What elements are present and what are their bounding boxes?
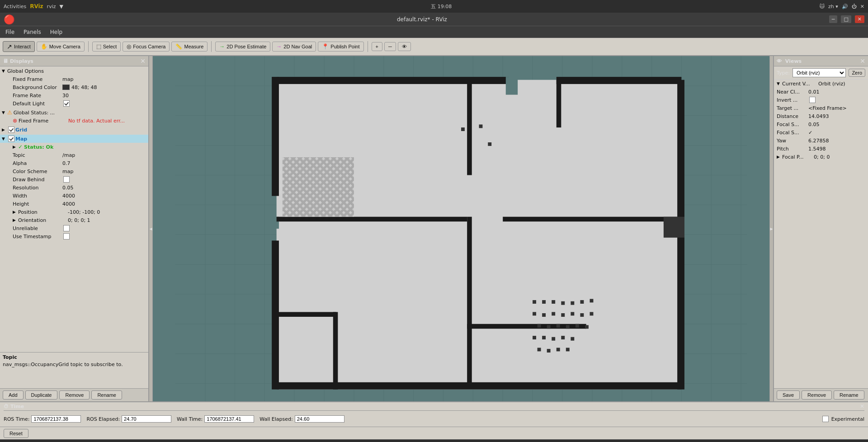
map-width-row[interactable]: Width 4000: [0, 192, 148, 200]
collapse-handle-right[interactable]: ▶: [769, 56, 773, 401]
sys-close-icon[interactable]: ✕: [860, 4, 864, 9]
map-use-timestamp-checkbox[interactable]: [63, 233, 70, 240]
focal-point-row[interactable]: ▶ Focal P... 0; 0; 0: [774, 153, 868, 161]
map-position-row[interactable]: ▶ Position -100; -100; 0: [0, 208, 148, 216]
focal-size-2-row[interactable]: Focal S... ✓: [774, 128, 868, 136]
map-width-label: Width: [13, 193, 62, 199]
svg-rect-81: [488, 142, 491, 146]
menu-help[interactable]: Help: [47, 28, 66, 36]
wall-elapsed-input[interactable]: [295, 415, 344, 423]
target-row[interactable]: Target ... <Fixed Frame>: [774, 104, 868, 112]
map-draw-behind-checkbox[interactable]: [63, 176, 70, 183]
camera-icon-button[interactable]: 👁: [398, 42, 411, 51]
minimize-btn[interactable]: ─: [829, 15, 838, 23]
nav-goal-button[interactable]: → 2D Nav Goal: [272, 42, 316, 52]
measure-button[interactable]: 📏 Measure: [171, 42, 208, 52]
current-view-arrow[interactable]: ▼: [777, 81, 782, 86]
focal-size-1-row[interactable]: Focal S... 0.05: [774, 120, 868, 128]
activities-label[interactable]: Activities: [4, 4, 26, 9]
experimental-checkbox[interactable]: [822, 416, 829, 422]
views-close-icon[interactable]: ✕: [860, 57, 865, 65]
global-status-arrow[interactable]: ▼: [2, 110, 7, 115]
viewport[interactable]: [153, 56, 769, 401]
views-type-select[interactable]: Orbit (rviz): [793, 68, 846, 77]
focus-camera-button[interactable]: ◎ Focus Camera: [123, 42, 170, 52]
zoom-out-button[interactable]: ─: [384, 42, 396, 51]
close-btn[interactable]: ✕: [855, 15, 864, 23]
background-color-row[interactable]: Background Color 48; 48; 48: [0, 83, 148, 91]
time-reset-button[interactable]: Reset: [4, 429, 28, 438]
description-title: Topic: [3, 354, 146, 360]
views-rename-button[interactable]: Rename: [834, 390, 864, 400]
svg-rect-46: [333, 312, 338, 389]
experimental-check[interactable]: Experimental: [821, 416, 864, 422]
invert-checkbox[interactable]: [809, 97, 816, 103]
app-dropdown-icon[interactable]: ▼: [59, 4, 63, 9]
map-status-row[interactable]: ▶ ✓ Status: Ok: [0, 143, 148, 151]
map-unreliable-row[interactable]: Unreliable: [0, 224, 148, 232]
ros-time-input[interactable]: [31, 415, 81, 423]
global-options-row[interactable]: ▼ Global Options: [0, 67, 148, 75]
target-value: <Fixed Frame>: [808, 105, 847, 111]
fixed-frame-row[interactable]: Fixed Frame map: [0, 75, 148, 83]
remove-display-button[interactable]: Remove: [59, 390, 90, 400]
frame-rate-row[interactable]: Frame Rate 30: [0, 91, 148, 99]
maximize-btn[interactable]: □: [841, 15, 851, 23]
default-light-checkbox[interactable]: [63, 100, 70, 107]
views-save-button[interactable]: Save: [777, 390, 800, 400]
global-options-arrow[interactable]: ▼: [2, 69, 7, 73]
map-alpha-row[interactable]: Alpha 0.7: [0, 159, 148, 167]
map-row[interactable]: ▼ Map: [0, 135, 148, 143]
global-status-item: ▼ ⚠ Global Status: ... ⊗ Fixed Frame No …: [0, 108, 148, 125]
target-label: Target ...: [777, 105, 808, 111]
views-remove-button[interactable]: Remove: [802, 390, 832, 400]
move-camera-button[interactable]: ✋ Move Camera: [37, 42, 85, 52]
svg-rect-75: [571, 337, 574, 341]
default-light-row[interactable]: Default Light: [0, 99, 148, 108]
add-button[interactable]: Add: [3, 390, 24, 400]
menu-file[interactable]: File: [2, 28, 18, 36]
focal-point-arrow[interactable]: ▶: [777, 155, 782, 159]
rename-display-button[interactable]: Rename: [91, 390, 122, 400]
global-status-row[interactable]: ▼ ⚠ Global Status: ...: [0, 108, 148, 117]
map-position-arrow[interactable]: ▶: [13, 210, 18, 214]
map-unreliable-checkbox[interactable]: [63, 225, 70, 231]
map-status-arrow[interactable]: ▶: [13, 145, 18, 149]
interact-button[interactable]: ↗ Interact: [3, 41, 35, 52]
svg-rect-61: [561, 313, 565, 317]
invert-row[interactable]: Invert ...: [774, 96, 868, 104]
grid-row[interactable]: ▶ Grid: [0, 126, 148, 134]
map-color-scheme-row[interactable]: Color Scheme map: [0, 167, 148, 175]
map-use-timestamp-row[interactable]: Use Timestamp: [0, 232, 148, 240]
near-clip-row[interactable]: Near Cl... 0.01: [774, 88, 868, 96]
map-orientation-row[interactable]: ▶ Orientation 0; 0; 0; 1: [0, 216, 148, 224]
current-view-row[interactable]: ▼ Current V... Orbit (rviz): [774, 80, 868, 88]
duplicate-button[interactable]: Duplicate: [25, 390, 58, 400]
time-panel-close-icon[interactable]: ✕: [860, 403, 864, 409]
collapse-handle-left[interactable]: ◀: [149, 56, 153, 401]
grid-checkbox[interactable]: [8, 127, 14, 133]
map-height-row[interactable]: Height 4000: [0, 200, 148, 208]
map-draw-behind-row[interactable]: Draw Behind: [0, 175, 148, 183]
menu-panels[interactable]: Panels: [20, 28, 45, 36]
views-zero-button[interactable]: Zero: [849, 69, 865, 77]
map-topic-row[interactable]: Topic /map: [0, 151, 148, 159]
distance-row[interactable]: Distance 14.0493: [774, 112, 868, 120]
displays-close-icon[interactable]: ✕: [140, 57, 146, 65]
grid-arrow[interactable]: ▶: [2, 127, 7, 132]
map-arrow[interactable]: ▼: [2, 136, 7, 141]
map-orientation-arrow[interactable]: ▶: [13, 218, 18, 222]
map-checkbox[interactable]: [8, 136, 14, 142]
audio-icon[interactable]: 🔊: [842, 4, 848, 9]
publish-point-button[interactable]: 📍 Publish Point: [318, 42, 363, 52]
pose-estimate-button[interactable]: → 2D Pose Estimate: [215, 42, 270, 52]
pitch-row[interactable]: Pitch 1.5498: [774, 145, 868, 153]
global-status-fixed-frame-row[interactable]: ⊗ Fixed Frame No tf data. Actual err...: [0, 117, 148, 125]
wall-time-input[interactable]: [204, 415, 254, 423]
ros-elapsed-input[interactable]: [122, 415, 171, 423]
map-resolution-row[interactable]: Resolution 0.05: [0, 183, 148, 192]
zoom-in-button[interactable]: +: [372, 42, 382, 51]
yaw-row[interactable]: Yaw 6.27858: [774, 136, 868, 145]
power-icon[interactable]: ⏻: [852, 4, 857, 9]
select-button[interactable]: ⬚ Select: [92, 42, 121, 52]
